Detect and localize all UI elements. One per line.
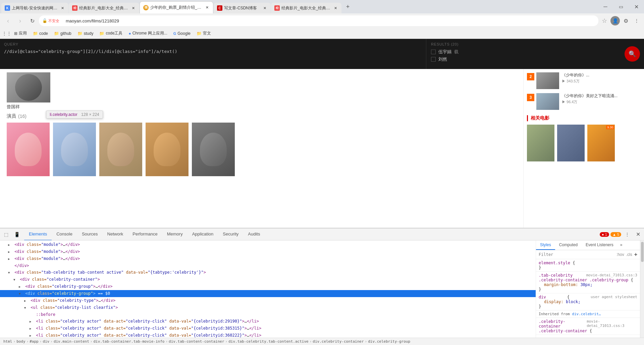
dom-line-li1[interactable]: <li class="celebrity actor" data-act="ce… — [0, 318, 536, 325]
breadcrumb-app[interactable]: #app — [29, 339, 39, 344]
devtools-tab-security[interactable]: Security — [218, 228, 243, 240]
breadcrumb-celebrity-container[interactable]: div.celebrity-container — [312, 339, 364, 344]
breadcrumb-body[interactable]: body — [16, 339, 26, 344]
breadcrumb-tab-container[interactable]: div.tab-container.tab-movie-info — [93, 339, 165, 344]
breadcrumb-tab-content-container[interactable]: div.tab-content-container — [168, 339, 225, 344]
folder-icon-study: 📁 — [77, 31, 83, 36]
xpath-input[interactable] — [4, 49, 422, 54]
menu-button[interactable]: ⋮ — [632, 16, 641, 25]
tab-1[interactable]: K 上网导航-安全快速的网址大全 ✕ — [1, 3, 68, 13]
tab-close-1[interactable]: ✕ — [60, 5, 65, 11]
bookmark-guanwen[interactable]: 📁 官文 — [194, 29, 214, 37]
dom-line-8[interactable]: <div class="celebrity-group"> == $0 — [0, 290, 536, 297]
related-movie-1[interactable] — [527, 125, 554, 161]
related-movie-2[interactable] — [557, 125, 585, 161]
styles-tab-more[interactable]: » — [618, 240, 625, 250]
dom-line-5[interactable]: <div class="tab-celebrity tab-content ac… — [0, 269, 536, 276]
actor-tooltip: li.celebrity.actor 128 × 224 — [46, 111, 103, 119]
tab-close-4[interactable]: ✕ — [262, 5, 267, 11]
tab-2[interactable]: 经 经典影片_电影大全_经典高清电... ✕ — [69, 3, 139, 13]
dom-line-4[interactable]: </div> — [0, 262, 536, 269]
filter-cls[interactable]: .cls — [626, 252, 632, 257]
devtools-scrollbar[interactable] — [640, 240, 644, 338]
actor-card-5[interactable] — [192, 123, 235, 176]
bookmark-codetool[interactable]: 📁 code工具 — [97, 29, 125, 37]
tooltip-selector: li.celebrity.actor — [50, 112, 77, 117]
dom-line-3[interactable]: <div class="module">…</div> — [0, 255, 536, 262]
devtools-close-btn[interactable]: ✕ — [633, 230, 643, 239]
bookmark-chrome[interactable]: ● Chrome 网上应用... — [126, 29, 170, 37]
inherited-from-link[interactable]: div.celebrit… — [572, 312, 601, 316]
result-row-1[interactable]: 伍宇娟 载 — [431, 49, 616, 55]
filter-hov[interactable]: :hov — [616, 252, 624, 257]
bookmark-google[interactable]: G Google — [171, 30, 193, 37]
extension-button-1[interactable]: ⚙ — [621, 16, 631, 25]
devtools-tab-sources[interactable]: Sources — [77, 228, 103, 240]
tab-close-3[interactable]: ✕ — [204, 5, 210, 10]
dom-line-pseudo[interactable]: ::before — [0, 311, 536, 318]
sidebar-movie-3[interactable]: 3 《少年的你》美好之下暗流涌... ▶ 96.4万 — [527, 93, 641, 110]
maximize-button[interactable]: ▭ — [613, 0, 629, 13]
dom-line-li3[interactable]: <li class="celebrity actor" data-act="ce… — [0, 332, 536, 338]
dom-line-1[interactable]: <div class="module">…</div> — [0, 241, 536, 248]
devtools-tab-audits[interactable]: Audits — [243, 228, 265, 240]
breadcrumb-tab-celebrity[interactable]: div.tab-celebrity.tab-content.active — [228, 339, 309, 344]
actor-card-4[interactable] — [146, 123, 189, 176]
actor-card-2[interactable]: li.celebrity.actor 128 × 224 — [53, 123, 96, 176]
dom-line-9[interactable]: <div class="celebrity-type">…</div> — [0, 297, 536, 304]
new-tab-button[interactable]: + — [343, 2, 353, 11]
styles-filter-input[interactable] — [539, 252, 614, 257]
related-movie-3[interactable]: 9.30 — [587, 125, 615, 161]
dom-line-2[interactable]: <div class="module">…</div> — [0, 248, 536, 255]
tab-close-5[interactable]: ✕ — [333, 5, 338, 11]
dom-line-10[interactable]: <ul class="celebrity-list clearfix"> — [0, 304, 536, 311]
minimize-button[interactable]: ─ — [598, 0, 613, 13]
search-button[interactable]: 🔍 — [625, 46, 640, 62]
apps-button[interactable]: ⋮⋮ — [3, 29, 11, 38]
dom-line-7[interactable]: <div class="celebrity-group">…</div> — [0, 283, 536, 290]
devtools-responsive-icon[interactable]: 📱 — [12, 230, 21, 239]
bookmark-code-label: code — [39, 31, 48, 36]
filter-add[interactable]: + — [634, 252, 637, 258]
tab-4[interactable]: C 写文章-CSDN博客 ✕ — [214, 3, 271, 13]
devtools-tab-application[interactable]: Application — [187, 228, 218, 240]
devtools-tab-memory[interactable]: Memory — [162, 228, 187, 240]
profile-icon[interactable]: 👤 — [610, 16, 620, 25]
forward-button[interactable]: › — [15, 15, 25, 26]
bookmark-star[interactable]: ☆ — [600, 16, 609, 25]
address-input[interactable] — [39, 15, 598, 26]
actor-card-3[interactable] — [99, 123, 142, 176]
devtools-more-btn[interactable]: ⋮ — [623, 230, 632, 239]
devtools-tab-console[interactable]: Console — [52, 228, 77, 240]
tab-close-2[interactable]: ✕ — [130, 5, 136, 11]
scrollbar-thumb[interactable] — [641, 242, 644, 262]
result-row-2[interactable]: 刘然 — [431, 56, 616, 62]
breadcrumb-html[interactable]: html — [3, 339, 13, 344]
dom-line-li2[interactable]: <li class="celebrity actor" data-act="ce… — [0, 325, 536, 332]
reload-button[interactable]: ↻ — [27, 15, 38, 26]
bookmark-study[interactable]: 📁 study — [75, 30, 96, 37]
sidebar-movie-2[interactable]: 2 《少年的你》... ▶ 343.5万 — [527, 72, 641, 89]
dom-line-6[interactable]: <div class="celebrity-container"> — [0, 276, 536, 283]
devtools-tab-performance[interactable]: Performance — [128, 228, 162, 240]
actor-card-1[interactable] — [7, 123, 50, 176]
breadcrumb-div[interactable]: div — [42, 339, 50, 344]
devtools-inspect-icon[interactable]: ⬚ — [1, 230, 11, 239]
bookmark-apps[interactable]: ⊞ 应用 — [11, 29, 30, 37]
styles-tab-styles[interactable]: Styles — [536, 240, 555, 250]
close-button[interactable]: ✕ — [629, 0, 644, 13]
bookmark-github[interactable]: 📁 github — [51, 30, 74, 37]
bookmark-code[interactable]: 📁 code — [30, 30, 51, 37]
styles-tab-event-listeners[interactable]: Event Listeners — [582, 240, 618, 250]
devtools-tab-elements[interactable]: Elements — [24, 228, 52, 240]
breadcrumb-bar: html › body › #app › div › div.main-cont… — [0, 338, 644, 345]
breadcrumb-celebrity-group[interactable]: div.celebrity-group — [367, 339, 411, 344]
devtools-tab-network[interactable]: Network — [103, 228, 128, 240]
back-button[interactable]: ‹ — [3, 15, 13, 26]
tab-5[interactable]: 经 经典影片_电影大全_经典高清电... ✕ — [271, 3, 341, 13]
breadcrumb-main-content[interactable]: div.main-content — [53, 339, 90, 344]
devtools-tabbar: ⬚ 📱 Elements Console Sources Network Per… — [0, 228, 644, 240]
tab-3[interactable]: 猫 少年的你_购票_剧情介绍_演职人 ✕ — [140, 1, 213, 13]
styles-tab-computed[interactable]: Computed — [555, 240, 582, 250]
actor-count: (16) — [18, 114, 26, 119]
